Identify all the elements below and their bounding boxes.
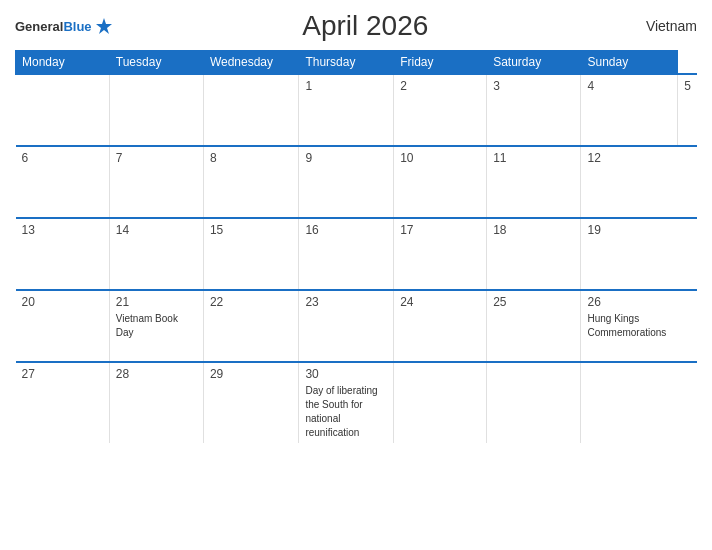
header-monday: Monday xyxy=(16,51,110,75)
calendar-cell: 25 xyxy=(487,290,581,362)
calendar-cell: 15 xyxy=(203,218,299,290)
logo-general-text: General xyxy=(15,19,63,34)
event-label: Day of liberating the South for national… xyxy=(305,385,377,438)
calendar-cell: 26Hung Kings Commemorations xyxy=(581,290,678,362)
day-number: 16 xyxy=(305,223,387,237)
calendar-cell: 9 xyxy=(299,146,394,218)
calendar-cell: 14 xyxy=(109,218,203,290)
day-number: 12 xyxy=(587,151,671,165)
calendar-cell: 19 xyxy=(581,218,678,290)
weekday-header-row: Monday Tuesday Wednesday Thursday Friday… xyxy=(16,51,698,75)
day-number: 30 xyxy=(305,367,387,381)
day-number: 14 xyxy=(116,223,197,237)
calendar-cell: 10 xyxy=(394,146,487,218)
calendar-week-row: 2021Vietnam Book Day2223242526Hung Kings… xyxy=(16,290,698,362)
header: General Blue April 2026 Vietnam xyxy=(15,10,697,42)
event-label: Hung Kings Commemorations xyxy=(587,313,666,338)
day-number: 6 xyxy=(22,151,103,165)
calendar-cell: 21Vietnam Book Day xyxy=(109,290,203,362)
calendar-cell: 29 xyxy=(203,362,299,443)
calendar-cell xyxy=(203,74,299,146)
day-number: 22 xyxy=(210,295,293,309)
calendar-cell: 6 xyxy=(16,146,110,218)
calendar-cell: 5 xyxy=(678,74,697,146)
header-thursday: Thursday xyxy=(299,51,394,75)
calendar-cell: 7 xyxy=(109,146,203,218)
calendar-cell: 8 xyxy=(203,146,299,218)
day-number: 3 xyxy=(493,79,574,93)
calendar-cell: 3 xyxy=(487,74,581,146)
calendar-cell: 18 xyxy=(487,218,581,290)
calendar-cell xyxy=(394,362,487,443)
header-wednesday: Wednesday xyxy=(203,51,299,75)
calendar-cell: 17 xyxy=(394,218,487,290)
svg-marker-0 xyxy=(96,18,112,34)
day-number: 17 xyxy=(400,223,480,237)
day-number: 24 xyxy=(400,295,480,309)
calendar-cell: 16 xyxy=(299,218,394,290)
day-number: 25 xyxy=(493,295,574,309)
day-number: 20 xyxy=(22,295,103,309)
day-number: 26 xyxy=(587,295,671,309)
day-number: 5 xyxy=(684,79,691,93)
calendar-cell: 27 xyxy=(16,362,110,443)
calendar-cell xyxy=(16,74,110,146)
country-label: Vietnam xyxy=(617,18,697,34)
day-number: 2 xyxy=(400,79,480,93)
calendar-table: Monday Tuesday Wednesday Thursday Friday… xyxy=(15,50,697,443)
calendar-cell: 20 xyxy=(16,290,110,362)
calendar-cell: 2 xyxy=(394,74,487,146)
calendar-cell: 23 xyxy=(299,290,394,362)
calendar-cell: 4 xyxy=(581,74,678,146)
calendar-week-row: 13141516171819 xyxy=(16,218,698,290)
event-label: Vietnam Book Day xyxy=(116,313,178,338)
day-number: 18 xyxy=(493,223,574,237)
calendar-cell: 28 xyxy=(109,362,203,443)
day-number: 11 xyxy=(493,151,574,165)
day-number: 7 xyxy=(116,151,197,165)
header-sunday: Sunday xyxy=(581,51,678,75)
logo-flag-icon xyxy=(94,16,114,36)
calendar-cell: 11 xyxy=(487,146,581,218)
header-saturday: Saturday xyxy=(487,51,581,75)
day-number: 1 xyxy=(305,79,387,93)
calendar-week-row: 6789101112 xyxy=(16,146,698,218)
day-number: 21 xyxy=(116,295,197,309)
day-number: 27 xyxy=(22,367,103,381)
day-number: 8 xyxy=(210,151,293,165)
logo-blue-text: Blue xyxy=(63,19,91,34)
page-title: April 2026 xyxy=(114,10,617,42)
header-friday: Friday xyxy=(394,51,487,75)
day-number: 28 xyxy=(116,367,197,381)
calendar-week-row: 27282930Day of liberating the South for … xyxy=(16,362,698,443)
logo: General Blue xyxy=(15,16,114,36)
calendar-cell xyxy=(487,362,581,443)
day-number: 23 xyxy=(305,295,387,309)
day-number: 13 xyxy=(22,223,103,237)
calendar-page: General Blue April 2026 Vietnam Monday T… xyxy=(0,0,712,550)
calendar-cell: 24 xyxy=(394,290,487,362)
day-number: 19 xyxy=(587,223,671,237)
day-number: 9 xyxy=(305,151,387,165)
calendar-cell: 13 xyxy=(16,218,110,290)
calendar-cell: 1 xyxy=(299,74,394,146)
calendar-cell xyxy=(109,74,203,146)
calendar-week-row: 12345 xyxy=(16,74,698,146)
header-tuesday: Tuesday xyxy=(109,51,203,75)
calendar-cell: 30Day of liberating the South for nation… xyxy=(299,362,394,443)
day-number: 10 xyxy=(400,151,480,165)
calendar-cell: 12 xyxy=(581,146,678,218)
calendar-cell xyxy=(581,362,678,443)
day-number: 29 xyxy=(210,367,293,381)
day-number: 4 xyxy=(587,79,671,93)
day-number: 15 xyxy=(210,223,293,237)
calendar-cell: 22 xyxy=(203,290,299,362)
